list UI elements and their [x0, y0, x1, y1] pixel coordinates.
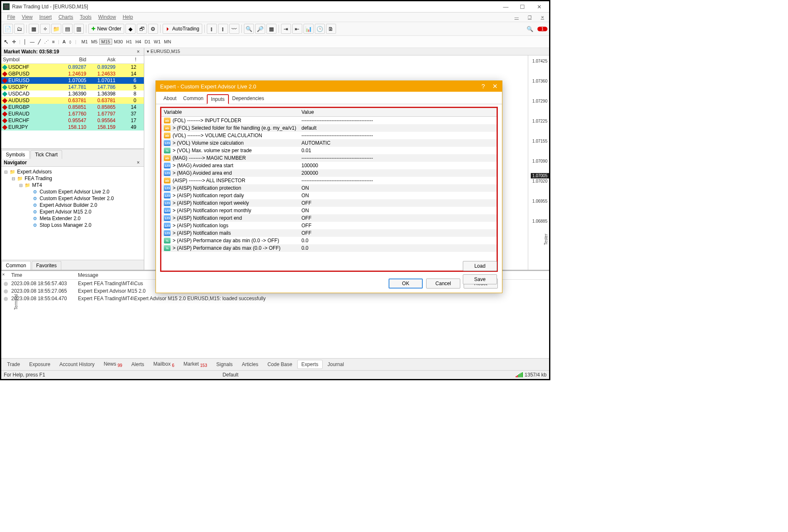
tester-side-label[interactable]: Tester: [544, 234, 548, 245]
terminal-tab-exposure[interactable]: Exposure: [25, 360, 55, 369]
save-button[interactable]: Save: [463, 274, 497, 284]
input-row[interactable]: 123> (MAG) Avoided area start100000: [161, 162, 497, 169]
label-icon[interactable]: ⎀: [69, 39, 72, 44]
col-time[interactable]: Time: [11, 272, 78, 278]
menu-view[interactable]: View: [18, 14, 36, 20]
terminal-tab-experts[interactable]: Experts: [297, 360, 323, 369]
close-icon[interactable]: ×: [135, 49, 141, 55]
data-window-icon[interactable]: ✧: [40, 24, 50, 34]
tree-root[interactable]: Expert Advisors: [17, 169, 52, 175]
timeframe-h1[interactable]: H1: [125, 39, 134, 44]
status-profile[interactable]: Default: [223, 372, 238, 378]
vline-icon[interactable]: │: [24, 39, 27, 44]
input-row[interactable]: 123> (AISP) Notification mailsOFF: [161, 229, 497, 237]
terminal-tab-news[interactable]: News 99: [100, 359, 126, 369]
candle-chart-icon[interactable]: ⫿: [218, 24, 228, 34]
market-row[interactable]: EURUSD1.070051.070116: [1, 77, 144, 84]
ok-button[interactable]: OK: [389, 279, 423, 289]
periods-icon[interactable]: 🕒: [315, 24, 325, 34]
channel-icon[interactable]: ⋰: [44, 39, 49, 45]
timeframe-m1[interactable]: M1: [80, 39, 89, 44]
ea-item[interactable]: ⚙Expert Advisor M15 2.0: [4, 208, 141, 215]
new-order-button[interactable]: ✚New Order: [88, 24, 124, 34]
ea-item[interactable]: ⚙Expert Advisor Builder 2.0: [4, 202, 141, 208]
zoom-out-icon[interactable]: 🔎: [255, 24, 265, 34]
menu-insert[interactable]: Insert: [36, 14, 55, 20]
input-row[interactable]: 123> (AISP) Notification report endOFF: [161, 214, 497, 222]
input-row[interactable]: 123> (AISP) Notification report monthlyO…: [161, 207, 497, 214]
market-row[interactable]: EURJPY158.110158.15949: [1, 124, 144, 130]
timeframe-m5[interactable]: M5: [90, 39, 99, 44]
input-row[interactable]: 123> (MAG) Avoided area end200000: [161, 169, 497, 177]
metaeditor-icon[interactable]: ◆: [125, 24, 136, 34]
market-row[interactable]: GBPUSD1.246191.2463314: [1, 70, 144, 77]
close-icon[interactable]: ×: [2, 272, 5, 277]
zoom-in-icon[interactable]: 🔍: [244, 24, 254, 34]
ea-item[interactable]: ⚙Meta Extender 2.0: [4, 215, 141, 222]
load-button[interactable]: Load: [463, 261, 497, 271]
new-chart-icon[interactable]: 📄: [3, 24, 13, 34]
terminal-tab-alerts[interactable]: Alerts: [127, 360, 148, 369]
search-icon[interactable]: 🔍: [525, 24, 535, 34]
terminal-tab-account-history[interactable]: Account History: [55, 360, 99, 369]
tab-dependencies[interactable]: Dependencies: [229, 94, 268, 104]
profiles-icon[interactable]: 🗂: [14, 24, 24, 34]
market-row[interactable]: USDCAD1.363901.363988: [1, 90, 144, 97]
terminal-tab-code-base[interactable]: Code Base: [263, 360, 296, 369]
close-icon[interactable]: ×: [135, 160, 141, 166]
terminal-tab-articles[interactable]: Articles: [238, 360, 262, 369]
timeframe-h4[interactable]: H4: [134, 39, 143, 44]
ea-item[interactable]: ⚙Custom Expert Advisor Tester 2.0: [4, 195, 141, 202]
tab-favorites[interactable]: Favorites: [32, 261, 61, 270]
menu-help[interactable]: Help: [119, 14, 136, 20]
terminal-icon[interactable]: ▤: [63, 24, 73, 34]
col-ask[interactable]: Ask: [86, 57, 115, 63]
navigator-icon[interactable]: 📁: [51, 24, 61, 34]
col-variable[interactable]: Variable: [164, 109, 301, 115]
bar-chart-icon[interactable]: ⫿: [207, 24, 217, 34]
log-row[interactable]: 2023.09.08 18:55:04.470Expert FEA Tradin…: [1, 295, 549, 302]
timeframe-mn[interactable]: MN: [162, 39, 173, 44]
input-row[interactable]: ab(AISP) --------> ALL INSPECTOR--------…: [161, 177, 497, 184]
fibo-icon[interactable]: ≡: [52, 39, 55, 44]
menu-charts[interactable]: Charts: [55, 14, 76, 20]
shift-icon[interactable]: ⇥: [281, 24, 291, 34]
input-row[interactable]: 123> (AISP) Notification logsOFF: [161, 222, 497, 229]
crosshair-icon[interactable]: ✛: [12, 39, 16, 45]
indicators-icon[interactable]: 📊: [304, 24, 314, 34]
notifications-badge[interactable]: 1: [537, 27, 547, 31]
cursor-icon[interactable]: ↖: [4, 38, 9, 45]
input-row[interactable]: ½> (AISP) Performance day abs min (0.0 -…: [161, 237, 497, 244]
market-row[interactable]: EURCHF0.955470.9556417: [1, 117, 144, 124]
input-row[interactable]: ab> (FOL) Selected folder for file handl…: [161, 124, 497, 132]
col-value[interactable]: Value: [301, 109, 494, 115]
tab-about[interactable]: About: [160, 94, 180, 104]
input-row[interactable]: ab(MAG) --------> MAGIC NUMBER----------…: [161, 154, 497, 162]
options-icon[interactable]: 🗗: [137, 24, 147, 34]
timeframe-m15[interactable]: M15: [99, 39, 112, 45]
tree-folder[interactable]: FEA Trading: [25, 176, 52, 181]
input-row[interactable]: 123> (AISP) Notification report weeklyOF…: [161, 199, 497, 207]
market-watch-icon[interactable]: ▦: [29, 24, 39, 34]
cancel-button[interactable]: Cancel: [426, 279, 460, 289]
templates-icon[interactable]: 🗎: [326, 24, 336, 34]
input-row[interactable]: 123> (AISP) Notification report dailyON: [161, 192, 497, 199]
market-row[interactable]: USDCHF0.892870.8929912: [1, 64, 144, 70]
hline-icon[interactable]: —: [30, 39, 35, 44]
input-row[interactable]: ab(FOL) --------> INPUT FOLDER----------…: [161, 117, 497, 124]
col-bid[interactable]: Bid: [57, 57, 86, 63]
terminal-tab-signals[interactable]: Signals: [212, 360, 237, 369]
autoscroll-icon[interactable]: ⇤: [292, 24, 302, 34]
input-row[interactable]: 123> (AISP) Notification protectionON: [161, 184, 497, 192]
maximize-button[interactable]: ☐: [514, 2, 531, 11]
ea-item[interactable]: ⚙Stop Loss Manager 2.0: [4, 222, 141, 228]
expert-list-icon[interactable]: ⚙: [148, 24, 158, 34]
tab-common[interactable]: Common: [180, 94, 207, 104]
terminal-tab-trade[interactable]: Trade: [3, 360, 24, 369]
tab-tick-chart[interactable]: Tick Chart: [30, 150, 62, 159]
market-row[interactable]: EURGBP0.858510.8586514: [1, 104, 144, 110]
trendline-icon[interactable]: ╱: [38, 39, 41, 45]
close-button[interactable]: ✕: [531, 2, 547, 11]
chart-header[interactable]: ▾ EURUSD,M15: [144, 48, 549, 55]
input-row[interactable]: ½> (AISP) Performance day abs max (0.0 -…: [161, 244, 497, 252]
